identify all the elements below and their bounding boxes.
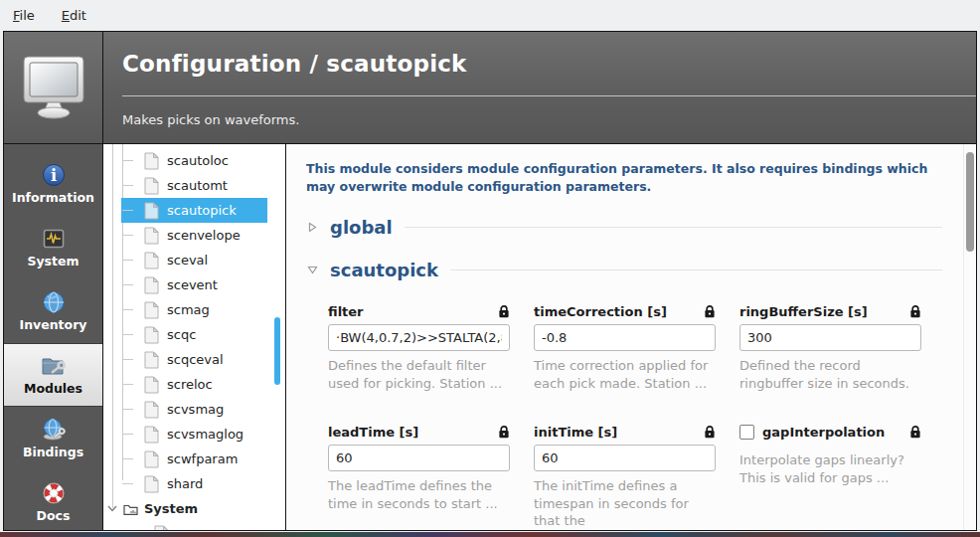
triangle-collapsed-icon[interactable] [306, 222, 318, 233]
section-label[interactable]: scautopick [330, 260, 438, 280]
section-label[interactable]: global [330, 217, 393, 238]
tree-item-label: scqc [167, 327, 196, 342]
tree-item-scvsmaglog[interactable]: scvsmaglog [121, 422, 267, 447]
leadtime-input[interactable] [328, 445, 510, 471]
tree-scrollbar-thumb[interactable] [274, 317, 280, 385]
document-icon [144, 326, 159, 344]
field-label: timeCorrection [s] [534, 304, 667, 319]
field-description: Time correction applied for each pick ma… [534, 357, 716, 392]
tree-node-system[interactable]: System [103, 496, 285, 521]
inittime-input[interactable] [534, 445, 716, 471]
tree-item-scautopick[interactable]: scautopick [121, 198, 267, 223]
folder-icon [123, 502, 138, 515]
section-scautopick[interactable]: scautopick [306, 252, 942, 287]
tree-item-scevent[interactable]: scevent [121, 272, 267, 297]
tree-item-label: scvsmaglog [167, 427, 244, 442]
field-label: filter [328, 304, 364, 319]
tree-item-partial[interactable] [103, 521, 285, 530]
page-title: Configuration / scautopick [122, 32, 976, 96]
sidebar-item-label: Bindings [23, 445, 83, 459]
globe-wrench-icon [41, 418, 67, 442]
gapinterpolation-checkbox[interactable] [739, 425, 754, 440]
sidebar-item-label: Docs [37, 508, 71, 523]
sidebar-item-label: Inventory [20, 317, 87, 332]
tree-item-shard[interactable]: shard [121, 471, 267, 496]
section-global[interactable]: global [306, 209, 942, 245]
document-icon [144, 376, 159, 394]
tree-item-label: shard [167, 476, 203, 491]
sidebar-item-docs[interactable]: Docs [4, 470, 102, 530]
document-icon [144, 276, 159, 294]
info-icon: i [42, 163, 66, 187]
document-icon [144, 426, 159, 444]
module-tree: scautoloc scautomt scautopick scenvelope… [103, 144, 286, 530]
field-label: gapInterpolation [762, 425, 885, 440]
tree-item-scautoloc[interactable]: scautoloc [121, 148, 267, 173]
menu-file[interactable]: File [13, 8, 35, 23]
section-rule [450, 269, 942, 270]
field-timecorrection: timeCorrection [s] Time correction appli… [534, 303, 716, 392]
tree-item-label: scautopick [167, 203, 237, 218]
lifebuoy-icon [42, 481, 66, 505]
tree-item-label: scautoloc [167, 153, 229, 168]
ringbuffersize-input[interactable] [739, 324, 921, 351]
field-inittime: initTime [s] The initTime defines a time… [534, 424, 716, 530]
tree-item-scqc[interactable]: scqc [121, 322, 267, 347]
folder-wrench-icon [41, 354, 67, 378]
document-icon [144, 202, 159, 220]
tree-item-label: sceval [167, 253, 208, 268]
content-scrollbar[interactable] [963, 144, 976, 530]
tree-item-scqceval[interactable]: scqceval [121, 347, 267, 372]
document-icon [144, 401, 159, 419]
tree-node-label: System [144, 501, 198, 516]
module-config-panel: This module considers module configurati… [286, 144, 976, 530]
document-icon [144, 252, 159, 269]
sidebar-item-information[interactable]: i Information [4, 152, 102, 216]
document-icon [144, 450, 159, 468]
menu-edit[interactable]: Edit [62, 8, 86, 23]
system-icon [42, 227, 66, 251]
field-label: initTime [s] [534, 425, 617, 440]
filter-input[interactable] [328, 324, 510, 351]
document-icon [144, 227, 159, 245]
desktop-background-strip [0, 532, 980, 537]
tree-item-scautomt[interactable]: scautomt [121, 173, 267, 198]
field-description: Interpolate gaps linearly? This is valid… [739, 451, 921, 486]
window-body: i Information System Inventory [4, 144, 976, 530]
document-icon [144, 301, 159, 319]
tree-item-label: scautomt [167, 178, 228, 193]
content-scrollbar-thumb[interactable] [966, 152, 974, 252]
tree-item-label: scevent [167, 277, 218, 292]
parameter-grid: filter Defines the default filter used f… [328, 303, 942, 530]
lock-icon [909, 304, 921, 318]
app-logo-box [4, 32, 103, 143]
section-rule [405, 227, 942, 228]
sidebar-item-label: Modules [24, 381, 82, 396]
field-description: The leadTime defines the time in seconds… [328, 477, 510, 512]
sidebar-item-system[interactable]: System [4, 216, 102, 279]
tree-item-screloc[interactable]: screloc [121, 372, 267, 397]
field-leadtime: leadTime [s] The leadTime defines the ti… [328, 424, 510, 530]
monitor-icon [18, 55, 89, 120]
timecorrection-input[interactable] [534, 324, 716, 351]
sidebar-item-bindings[interactable]: Bindings [4, 407, 102, 470]
document-icon [144, 475, 159, 493]
field-filter: filter Defines the default filter used f… [328, 303, 510, 392]
field-label: ringBufferSize [s] [739, 304, 868, 319]
tree-item-label: scqceval [167, 352, 224, 367]
tree-item-scvsmag[interactable]: scvsmag [121, 397, 267, 422]
sidebar-nav: i Information System Inventory [4, 144, 103, 530]
sidebar-item-inventory[interactable]: Inventory [4, 279, 102, 343]
tree-item-scenvelope[interactable]: scenvelope [121, 223, 267, 248]
document-icon [144, 152, 159, 170]
triangle-expanded-icon[interactable] [306, 266, 318, 274]
sidebar-item-modules[interactable]: Modules [4, 343, 102, 407]
tree-item-label: screloc [167, 377, 213, 392]
tree-item-sceval[interactable]: sceval [121, 248, 267, 272]
field-gapinterpolation: gapInterpolation Interpolate gaps linear… [739, 424, 921, 530]
page-header: Configuration / scautopick Makes picks o… [4, 32, 976, 144]
tree-item-label: scmag [167, 302, 210, 317]
tree-item-label: scwfparam [167, 451, 238, 466]
tree-item-scwfparam[interactable]: scwfparam [121, 447, 267, 471]
tree-item-scmag[interactable]: scmag [121, 297, 267, 322]
